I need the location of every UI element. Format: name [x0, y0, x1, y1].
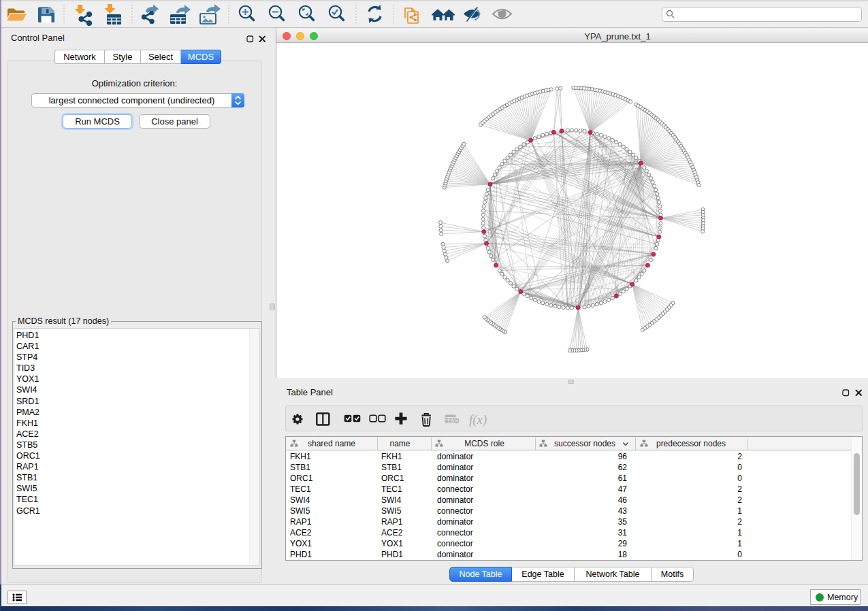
svg-text:f(x): f(x)	[469, 412, 487, 427]
